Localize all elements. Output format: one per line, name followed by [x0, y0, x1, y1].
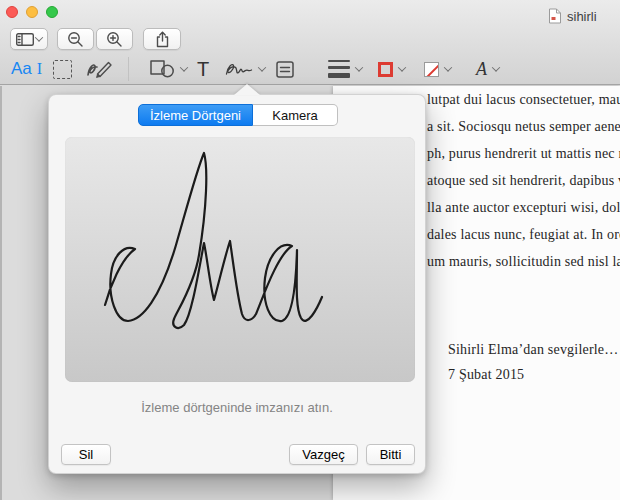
close-button[interactable]: [6, 6, 18, 18]
shapes-icon: [150, 60, 175, 78]
toolbar-divider: [128, 57, 129, 81]
fill-color-swatch-icon: [424, 62, 439, 77]
document-signature-line: Sihirli Elma’dan sevgilerle…: [448, 342, 618, 358]
note-tool[interactable]: [276, 55, 294, 83]
signature-drawing: [65, 137, 415, 382]
document-text-line: atoque sed sit hendrerit, dapibus vi: [427, 173, 620, 189]
document-text-line: ph, purus hendrerit ut mattis nec ri: [427, 146, 620, 162]
document-text-line: um mauris, sollicitudin sed nisl lac: [427, 254, 620, 270]
window-title: sihirli: [548, 8, 597, 24]
zoom-in-button[interactable]: [96, 28, 133, 50]
document-text-line: lutpat dui lacus consectetuer, maur: [427, 92, 620, 108]
window-left-edge: [0, 86, 2, 500]
chevron-down-icon: [444, 63, 452, 71]
text-tool[interactable]: T: [197, 55, 209, 83]
document-date-line: 7 Şubat 2015: [448, 367, 524, 383]
delete-signature-button[interactable]: Sil: [61, 444, 111, 465]
popover-arrow: [234, 84, 260, 95]
document-text-line: a sit. Sociosqu netus semper aenea: [427, 119, 620, 135]
selection-rectangle-icon: [53, 60, 72, 79]
sketch-tool[interactable]: [86, 55, 113, 83]
traffic-lights: [6, 6, 58, 18]
shape-style-tool[interactable]: [328, 55, 362, 83]
magnifier-plus-icon: [106, 31, 123, 48]
chevron-down-icon: [398, 63, 406, 71]
magnifier-minus-icon: [67, 31, 84, 48]
document-icon: [548, 8, 562, 24]
note-icon: [276, 61, 294, 78]
text-style-icon: A: [476, 59, 487, 80]
minimize-button[interactable]: [26, 6, 38, 18]
rectangular-selection-tool[interactable]: [53, 55, 72, 83]
shapes-tool[interactable]: [150, 55, 187, 83]
text-selection-tool[interactable]: AaI: [11, 55, 42, 83]
signature-icon: [225, 61, 253, 78]
signature-source-tabs: İzleme Dörtgeni Kamera: [138, 104, 338, 126]
tab-camera[interactable]: Kamera: [253, 104, 338, 126]
text-style-tool[interactable]: A: [476, 55, 499, 83]
zoom-out-button[interactable]: [57, 28, 94, 50]
done-button[interactable]: Bitti: [366, 444, 415, 465]
signature-canvas[interactable]: [65, 137, 415, 382]
signature-tool[interactable]: [225, 55, 265, 83]
text-tool-icon: T: [197, 58, 209, 81]
signature-stroke: [105, 153, 322, 328]
sketch-pen-icon: [86, 58, 113, 80]
view-options-button[interactable]: [10, 28, 48, 50]
border-color-tool[interactable]: [378, 55, 405, 83]
share-button[interactable]: [143, 28, 181, 50]
text-selection-label: Aa: [11, 59, 32, 79]
line-weight-icon: [328, 60, 350, 78]
chevron-down-icon: [258, 63, 266, 71]
document-text-line: lla ante auctor excepturi wisi, dolo: [427, 200, 620, 216]
border-color-swatch-icon: [378, 62, 393, 77]
ibeam-cursor-icon: I: [37, 60, 42, 78]
document-text-line: dales lacus nunc, feugiat at. In orci: [427, 227, 620, 243]
window-toolbar: sihirli: [0, 0, 620, 85]
fill-color-tool[interactable]: [424, 55, 451, 83]
chevron-down-icon: [180, 63, 188, 71]
signature-popover: İzleme Dörtgeni Kamera İzleme dörtgenind…: [48, 94, 426, 474]
share-icon: [155, 31, 170, 48]
window-title-text: sihirli: [567, 9, 597, 24]
cancel-button[interactable]: Vazgeç: [289, 444, 358, 465]
chevron-down-icon: [35, 33, 43, 41]
popover-caption: İzleme dörtgeninde imzanızı atın.: [49, 400, 425, 415]
chevron-down-icon: [492, 63, 500, 71]
zoom-window-button[interactable]: [46, 6, 58, 18]
tab-trackpad[interactable]: İzleme Dörtgeni: [138, 104, 253, 126]
chevron-down-icon: [355, 63, 363, 71]
sidebar-panel-icon: [16, 33, 34, 46]
